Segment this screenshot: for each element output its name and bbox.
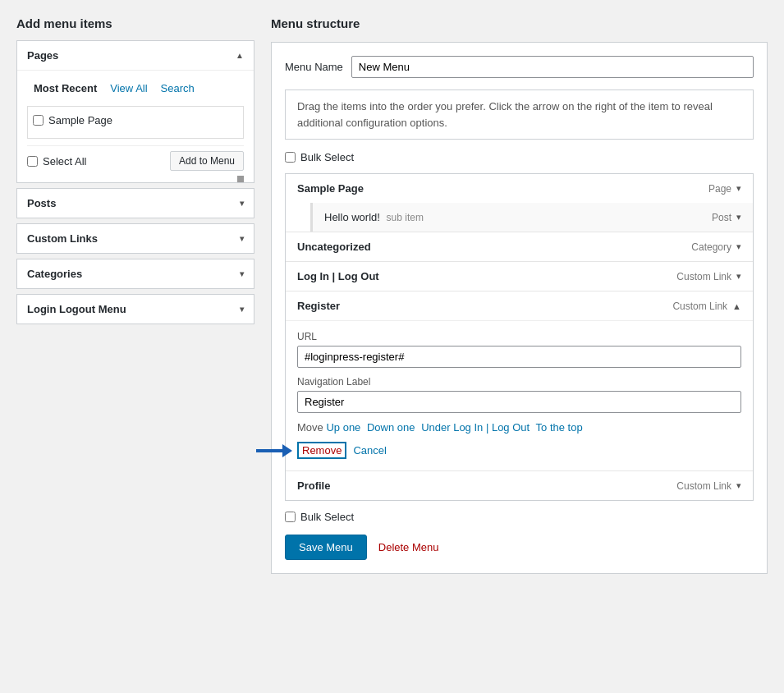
custom-links-accordion-header[interactable]: Custom Links ▾ bbox=[17, 224, 254, 253]
menu-name-input[interactable] bbox=[351, 56, 754, 78]
menu-name-label: Menu Name bbox=[285, 61, 343, 73]
categories-section: Categories ▾ bbox=[16, 259, 254, 289]
save-menu-button[interactable]: Save Menu bbox=[285, 535, 367, 560]
menu-item-sample-page: Sample Page Page ▾ Hello world! sub item bbox=[286, 174, 753, 232]
move-row: Move Up one Down one Under Log In | Log … bbox=[297, 421, 741, 434]
pages-label: Pages bbox=[27, 49, 58, 62]
uncategorized-chevron-btn[interactable]: ▾ bbox=[736, 241, 741, 252]
arrow-head-icon bbox=[282, 444, 292, 457]
posts-section: Posts ▾ bbox=[16, 188, 254, 218]
tab-most-recent[interactable]: Most Recent bbox=[27, 79, 103, 98]
profile-chevron-btn[interactable]: ▾ bbox=[736, 480, 741, 491]
menu-item-hello-world-header[interactable]: Hello world! sub item Post ▾ bbox=[313, 203, 753, 232]
pages-section: Pages ▲ Most Recent View All Search Samp… bbox=[16, 40, 254, 183]
save-row: Save Menu Delete Menu bbox=[285, 535, 754, 560]
sample-page-type: Page ▾ bbox=[708, 183, 741, 195]
menu-item-sample-page-header[interactable]: Sample Page Page ▾ bbox=[286, 174, 753, 203]
posts-accordion-header[interactable]: Posts ▾ bbox=[17, 189, 254, 218]
categories-accordion-header[interactable]: Categories ▾ bbox=[17, 259, 254, 288]
sample-page-label: Sample Page bbox=[48, 114, 112, 126]
arrow-indicator bbox=[256, 444, 292, 457]
delete-menu-link[interactable]: Delete Menu bbox=[378, 541, 439, 553]
select-all-row: Select All Add to Menu bbox=[27, 145, 244, 171]
select-all-checkbox[interactable] bbox=[27, 156, 38, 167]
bottom-bulk-select-row: Bulk Select bbox=[285, 511, 754, 523]
cancel-link[interactable]: Cancel bbox=[353, 444, 386, 457]
move-under-login-logout-link[interactable]: Under Log In | Log Out bbox=[421, 421, 530, 434]
login-logout-label: Login Logout Menu bbox=[27, 303, 126, 315]
menu-item-login-logout: Log In | Log Out Custom Link ▾ bbox=[286, 262, 753, 291]
url-label: URL bbox=[297, 331, 741, 342]
add-to-menu-button[interactable]: Add to Menu bbox=[170, 151, 244, 171]
posts-chevron-icon: ▾ bbox=[240, 199, 244, 208]
menu-item-hello-world: Hello world! sub item Post ▾ bbox=[310, 203, 753, 232]
register-body: URL Navigation Label Move Up one Down on… bbox=[286, 320, 753, 470]
nav-label-field-group: Navigation Label bbox=[297, 376, 741, 413]
menu-item-register-header[interactable]: Register Custom Link ▲ bbox=[286, 291, 753, 320]
custom-links-section: Custom Links ▾ bbox=[16, 223, 254, 254]
uncategorized-type: Category ▾ bbox=[691, 241, 741, 253]
menu-structure-box: Menu Name Drag the items into the order … bbox=[271, 42, 768, 574]
hello-world-chevron-btn[interactable]: ▾ bbox=[736, 212, 741, 223]
top-bulk-select-row: Bulk Select bbox=[285, 151, 754, 163]
drag-instructions: Drag the items into the order you prefer… bbox=[285, 89, 754, 140]
sample-page-chevron-btn[interactable]: ▾ bbox=[736, 183, 741, 194]
pages-accordion-body: Most Recent View All Search Sample Page … bbox=[17, 70, 254, 182]
arrow-body bbox=[256, 449, 282, 452]
custom-links-chevron-icon: ▾ bbox=[240, 234, 244, 243]
sample-page-checkbox-item[interactable]: Sample Page bbox=[33, 112, 238, 129]
move-down-one-link[interactable]: Down one bbox=[367, 421, 415, 434]
menu-item-login-logout-header[interactable]: Log In | Log Out Custom Link ▾ bbox=[286, 262, 753, 291]
uncategorized-title: Uncategorized bbox=[297, 241, 371, 253]
pages-tabs: Most Recent View All Search bbox=[27, 79, 244, 98]
top-bulk-select-label: Bulk Select bbox=[300, 151, 354, 163]
menu-item-profile-header[interactable]: Profile Custom Link ▾ bbox=[286, 471, 753, 500]
hello-world-sub-label: sub item bbox=[387, 212, 424, 223]
profile-type: Custom Link ▾ bbox=[676, 480, 741, 492]
sample-page-checkbox[interactable] bbox=[33, 115, 44, 126]
menu-item-uncategorized: Uncategorized Category ▾ bbox=[286, 232, 753, 262]
tab-view-all[interactable]: View All bbox=[103, 79, 154, 98]
posts-label: Posts bbox=[27, 197, 56, 209]
login-logout-section: Login Logout Menu ▾ bbox=[16, 294, 254, 324]
login-logout-accordion-header[interactable]: Login Logout Menu ▾ bbox=[17, 295, 254, 324]
login-logout-menu-type: Custom Link ▾ bbox=[676, 271, 741, 282]
move-to-top-link[interactable]: To the top bbox=[536, 421, 583, 434]
select-all-label[interactable]: Select All bbox=[27, 155, 86, 168]
register-title: Register bbox=[297, 300, 340, 312]
categories-label: Categories bbox=[27, 268, 82, 280]
right-panel: Menu structure Menu Name Drag the items … bbox=[271, 16, 768, 574]
resize-handle[interactable] bbox=[237, 176, 244, 182]
login-logout-chevron-icon: ▾ bbox=[240, 305, 244, 314]
pages-chevron-icon: ▲ bbox=[236, 51, 244, 60]
url-field-group: URL bbox=[297, 331, 741, 368]
pages-accordion-header[interactable]: Pages ▲ bbox=[17, 41, 254, 70]
profile-title: Profile bbox=[297, 480, 330, 492]
menu-items-area: Sample Page Page ▾ Hello world! sub item bbox=[285, 173, 754, 501]
remove-link[interactable]: Remove bbox=[297, 442, 346, 459]
nav-label-label: Navigation Label bbox=[297, 376, 741, 388]
top-bulk-select-checkbox[interactable] bbox=[285, 152, 296, 163]
bottom-bulk-select-label: Bulk Select bbox=[300, 511, 354, 523]
menu-item-uncategorized-header[interactable]: Uncategorized Category ▾ bbox=[286, 232, 753, 261]
right-panel-title: Menu structure bbox=[271, 16, 768, 30]
move-label: Move bbox=[297, 421, 323, 434]
register-type: Custom Link ▲ bbox=[672, 301, 741, 312]
tab-search[interactable]: Search bbox=[154, 79, 201, 98]
left-panel: Add menu items Pages ▲ Most Recent View … bbox=[16, 16, 254, 574]
bottom-bulk-select-checkbox[interactable] bbox=[285, 512, 296, 522]
move-up-one-link[interactable]: Up one bbox=[326, 421, 360, 434]
pages-list: Sample Page bbox=[27, 106, 244, 139]
url-input[interactable] bbox=[297, 346, 741, 368]
nav-label-input[interactable] bbox=[297, 391, 741, 413]
custom-links-label: Custom Links bbox=[27, 232, 98, 245]
menu-name-row: Menu Name bbox=[285, 56, 754, 78]
login-logout-menu-title: Log In | Log Out bbox=[297, 270, 379, 282]
login-logout-menu-chevron-btn[interactable]: ▾ bbox=[736, 271, 741, 282]
left-panel-title: Add menu items bbox=[16, 16, 254, 30]
action-row: Remove Cancel bbox=[297, 442, 741, 459]
register-chevron-btn[interactable]: ▲ bbox=[732, 301, 741, 311]
menu-item-profile: Profile Custom Link ▾ bbox=[286, 471, 753, 500]
categories-chevron-icon: ▾ bbox=[240, 269, 244, 278]
menu-item-register: Register Custom Link ▲ URL Navigation La… bbox=[286, 291, 753, 471]
